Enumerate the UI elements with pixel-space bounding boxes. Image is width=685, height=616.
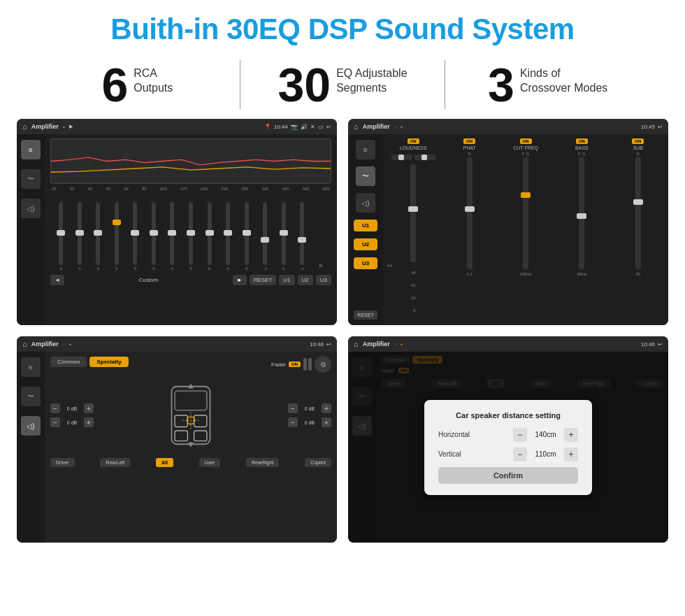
camera-icon-1: 📷 [291, 124, 298, 130]
btn-all[interactable]: All [156, 458, 173, 467]
topbar-4: ⌂ Amplifier ■ ● 10:46 ↩ [348, 336, 668, 352]
stat-number-eq: 30 [277, 61, 331, 108]
vol-row-right1: − 0 dB + [288, 403, 331, 413]
stat-divider-1 [240, 60, 240, 109]
topbar-title-4: Amplifier [363, 341, 390, 348]
plus-left2[interactable]: + [84, 417, 94, 427]
x-icon-1: ✕ [310, 124, 315, 130]
eq-slider-5[interactable]: 0 [145, 202, 164, 271]
eq-slider-11[interactable]: -1 [256, 202, 275, 271]
horizontal-plus-btn[interactable]: + [564, 428, 578, 442]
vertical-minus-btn[interactable]: − [513, 447, 527, 461]
speaker-icon[interactable]: ◁) [21, 199, 41, 218]
ch-on-phat[interactable]: ON [463, 138, 475, 144]
eq-u2-btn[interactable]: U2 [298, 275, 313, 285]
btn-copilot[interactable]: Copilot [305, 458, 331, 467]
svg-rect-4 [194, 415, 207, 427]
ch-on-loudness[interactable]: ON [408, 138, 419, 144]
eq-u1-btn[interactable]: U1 [279, 275, 294, 285]
wave-icon[interactable]: 〜 [21, 169, 41, 189]
ch-on-sub[interactable]: ON [632, 138, 644, 144]
eq-u3-btn[interactable]: U3 [316, 275, 331, 285]
eq-slider-10[interactable]: 0 [237, 202, 256, 271]
eq-icon-3[interactable]: ≡ [21, 357, 41, 377]
topbar-3: ⌂ Amplifier ■ ● 10:46 ↩ [17, 336, 337, 352]
tab-specialty[interactable]: Specialty [89, 357, 128, 367]
btn-user[interactable]: User [199, 458, 221, 467]
ch-label-cutfreq: CUT FREQ [513, 145, 538, 150]
back-icon-1[interactable]: ↩ [326, 124, 331, 130]
channel-cutfreq: ON CUT FREQ FG 100Hz [500, 138, 551, 321]
eq-sliders: 0 0 0 5 0 [50, 194, 331, 271]
minus-left1[interactable]: − [50, 403, 60, 413]
eq-slider-6[interactable]: 0 [163, 202, 182, 271]
eq-slider-more[interactable]: » [311, 237, 330, 271]
eq-slider-8[interactable]: 0 [200, 202, 219, 271]
btn-rearleft[interactable]: RearLeft [100, 458, 130, 467]
settings-icon-3[interactable]: ⚙ [315, 356, 331, 373]
eq-play-btn[interactable]: ► [233, 275, 247, 285]
minus-left2[interactable]: − [50, 417, 60, 427]
u3-btn[interactable]: U3 [354, 257, 377, 269]
eq-slider-3[interactable]: 5 [108, 202, 127, 271]
home-icon-1[interactable]: ⌂ [22, 122, 27, 131]
car-diagram [156, 377, 226, 454]
topbar-dot2-3: ● [69, 342, 71, 346]
speaker-icon-3[interactable]: ◁) [21, 416, 41, 436]
eq-bottom-bar: ◄ Custom ► RESET U1 U2 U3 [50, 275, 331, 285]
wave-icon-3[interactable]: 〜 [21, 387, 41, 406]
screens-grid: ⌂ Amplifier ● ▶ 📍 10:44 📷 🔊 ✕ ▭ ↩ ≡ 〜 ◁) [0, 119, 685, 554]
plus-left1[interactable]: + [84, 403, 94, 413]
eq-slider-9[interactable]: 0 [219, 202, 238, 271]
eq-main: 253240506380100125160200250320400500630 … [45, 134, 337, 325]
btn-driver[interactable]: Driver [50, 458, 75, 467]
plus-right1[interactable]: + [322, 403, 331, 413]
on-badge-fader[interactable]: ON [289, 361, 301, 367]
stat-label-eq: EQ AdjustableSegments [336, 61, 407, 96]
reset-btn-s2[interactable]: RESET [354, 310, 377, 320]
topbar-icons-3: 10:46 ↩ [310, 341, 331, 348]
eq-icon-2[interactable]: ≡ [356, 140, 375, 159]
speaker-icon-2[interactable]: ◁) [356, 193, 375, 213]
screen-eq: ⌂ Amplifier ● ▶ 📍 10:44 📷 🔊 ✕ ▭ ↩ ≡ 〜 ◁) [17, 119, 337, 325]
home-icon-2[interactable]: ⌂ [354, 122, 359, 131]
ch-on-bass[interactable]: ON [576, 138, 588, 144]
minus-right1[interactable]: − [288, 403, 298, 413]
eq-slider-1[interactable]: 0 [71, 202, 89, 271]
vertical-plus-btn[interactable]: + [564, 447, 578, 461]
plus-right2[interactable]: + [322, 417, 331, 427]
eq-slider-2[interactable]: 0 [89, 202, 108, 271]
eq-slider-12[interactable]: 0 [274, 202, 293, 271]
u1-btn[interactable]: U1 [354, 220, 377, 231]
tab-common[interactable]: Common [50, 357, 87, 367]
eq-slider-0[interactable]: 0 [52, 202, 71, 271]
eq-slider-4[interactable]: 0 [126, 202, 145, 271]
home-icon-4[interactable]: ⌂ [354, 340, 359, 348]
back-icon-3[interactable]: ↩ [326, 341, 331, 348]
confirm-button[interactable]: Confirm [438, 467, 578, 484]
home-icon-3[interactable]: ⌂ [22, 340, 27, 348]
time-1: 10:44 [274, 124, 288, 130]
topbar-title-2: Amplifier [363, 123, 390, 130]
eq-slider-7[interactable]: 0 [182, 202, 201, 271]
screen4-content: ≡ 〜 ◁) Common Specialty Fader ON Driver … [348, 352, 668, 543]
wave-icon-2[interactable]: 〜 [356, 166, 375, 186]
stat-divider-2 [445, 60, 445, 109]
page-title: Buith-in 30EQ DSP Sound System [0, 0, 685, 53]
screen2-content: ≡ 〜 ◁) U1 U2 U3 RESET ON LOUDNESS [348, 134, 668, 325]
eq-slider-13[interactable]: -1 [293, 202, 312, 271]
svg-rect-6 [194, 431, 207, 441]
eq-reset-btn[interactable]: RESET [250, 275, 277, 285]
eq-prev-btn[interactable]: ◄ [50, 275, 64, 285]
horizontal-minus-btn[interactable]: − [513, 428, 527, 442]
minus-right2[interactable]: − [288, 417, 298, 427]
ch-on-cutfreq[interactable]: ON [520, 138, 532, 144]
btn-rearright[interactable]: RearRight [246, 458, 280, 467]
topbar-title-3: Amplifier [31, 341, 59, 348]
back-icon-2[interactable]: ↩ [658, 124, 663, 130]
vol-row-right2: − 0 dB + [288, 417, 331, 427]
back-icon-4[interactable]: ↩ [658, 341, 663, 348]
topbar-icons-2: 10:45 ↩ [641, 124, 663, 130]
eq-icon[interactable]: ≡ [21, 140, 41, 159]
u2-btn[interactable]: U2 [354, 238, 377, 250]
